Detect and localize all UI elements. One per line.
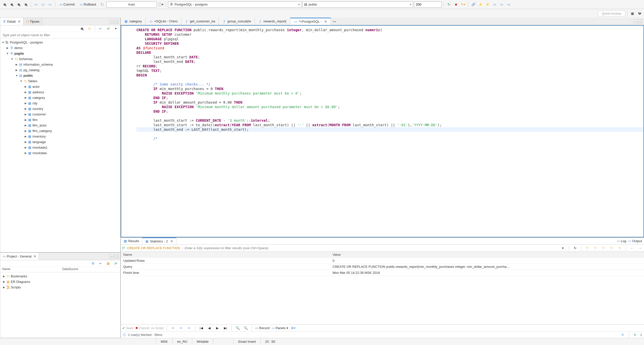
expand-icon[interactable]: ▶	[24, 107, 27, 110]
table-row[interactable]: QueryCREATE OR REPLACE FUNCTION public.r…	[121, 264, 644, 270]
tx-mode-icon[interactable]: T↕	[99, 2, 105, 8]
expand-icon[interactable]: ▶	[24, 85, 27, 88]
expand-icon[interactable]: ▼	[1, 41, 5, 44]
folder-open-icon[interactable]: 🗀	[86, 26, 92, 32]
commit-button[interactable]: ▭Commit	[57, 2, 77, 7]
status-writable[interactable]: Writable	[192, 338, 213, 345]
column-value[interactable]: Value	[330, 252, 644, 258]
save-button[interactable]: ✔ Save	[122, 326, 133, 330]
filter3-icon[interactable]: ▽	[600, 245, 607, 251]
filter5-icon[interactable]: ▽	[617, 245, 623, 251]
tree-table[interactable]: ▶▦category	[0, 95, 120, 100]
tree-table[interactable]: ▶▦mockada1	[0, 145, 120, 150]
nav-back-icon[interactable]: ←	[629, 245, 635, 251]
tab-sqlite[interactable]: ▭<SQLite - Chino	[146, 18, 181, 25]
bolt2-icon[interactable]: ⚡	[485, 2, 491, 8]
next-icon[interactable]: ▶	[214, 325, 220, 331]
plug-disconnect-icon[interactable]: 🔌	[23, 2, 29, 8]
panel3-icon[interactable]: ▭	[506, 2, 512, 8]
expand-icon[interactable]: ▼	[19, 80, 23, 82]
maximize-button[interactable]: ▢	[115, 20, 119, 23]
minimize-button[interactable]: ▭	[633, 20, 637, 23]
record-button[interactable]: ▭ Record	[255, 326, 270, 330]
tx-mode-select[interactable]: Auto	[106, 2, 157, 8]
minimize-button[interactable]: ▭	[110, 255, 114, 258]
expand-icon[interactable]: ▶	[24, 96, 27, 99]
perspective-icon[interactable]: ▦	[629, 10, 635, 16]
expand-icon[interactable]: ▶	[6, 47, 9, 49]
expand-icon[interactable]: ▶	[2, 275, 6, 278]
tab-group-concat[interactable]: ƒgroup_concat(te	[219, 18, 255, 25]
collapse-icon[interactable]: ⇤	[98, 261, 104, 267]
tree-table[interactable]: ▶▦film_actor	[0, 122, 120, 128]
expand-icon[interactable]: ▼	[15, 74, 18, 77]
tree-table[interactable]: ▶▦film_category	[0, 128, 120, 134]
collapse-icon[interactable]: ⇤	[98, 26, 104, 32]
expand-icon[interactable]: ▶	[24, 152, 27, 154]
table-row[interactable]: Finish timeMon Mar 05 14:22:39 MSK 2018	[121, 270, 644, 276]
tree-table[interactable]: ▶▦country	[0, 106, 120, 111]
results-grid[interactable]: NameValue Updated Rows0QueryCREATE OR RE…	[121, 252, 644, 324]
tabs-overflow[interactable]: »₄	[331, 19, 338, 23]
cancel-button[interactable]: ✖ Cancel	[135, 326, 149, 330]
panel1-icon[interactable]: ▭	[492, 2, 498, 8]
project-tree[interactable]: ▶🗀Bookmarks▶▦ER Diagrams▶📜Scripts	[0, 272, 120, 338]
refresh-icon[interactable]: ↻	[572, 245, 578, 251]
expand-icon[interactable]: ▶	[24, 118, 27, 121]
log-button[interactable]: ▭ Log	[617, 239, 626, 243]
tree-table[interactable]: ▶▦city	[0, 100, 120, 106]
tree-database[interactable]: ▶🛢demo	[0, 45, 120, 51]
refresh-green-icon[interactable]: ↻	[446, 2, 452, 8]
dbeaver-perspective-icon[interactable]: 🐿	[636, 10, 642, 16]
bolt-icon[interactable]: ⚡	[477, 2, 484, 8]
expand-icon[interactable]: ▶	[24, 124, 27, 127]
close-icon[interactable]: ✕	[33, 254, 36, 258]
plug-green-icon[interactable]: 🔌	[9, 2, 15, 8]
tree-table[interactable]: ▶▦inventory	[0, 134, 120, 139]
tree-table[interactable]: ▶▦customer	[0, 111, 120, 117]
panels-button[interactable]: ▭ Panels ▾	[272, 326, 288, 330]
gear-icon[interactable]: ⚙▾	[290, 325, 296, 331]
zoom-out-icon[interactable]: 🔍	[243, 325, 249, 331]
filter4-icon[interactable]: ▽	[609, 245, 615, 251]
tab-postgresql-active[interactable]: ▭*<PostgreSQL -✕	[290, 18, 331, 25]
filter1-icon[interactable]: ▽	[584, 245, 590, 251]
tab-project-general[interactable]: ▭ Project - General ✕	[0, 253, 39, 260]
sql-editor[interactable]: CREATE OR REPLACE FUNCTION public.reward…	[121, 25, 644, 237]
panel2-icon[interactable]: ▭	[499, 2, 505, 8]
datasource-select[interactable]: 🛢 PostgreSQL - postgres ▾	[168, 2, 301, 8]
plug-connect-icon[interactable]: 🔌	[2, 2, 8, 8]
tree-table[interactable]: ▶▦language	[0, 139, 120, 145]
tree-table[interactable]: ▶▦address	[0, 89, 120, 95]
tree-schemas-folder[interactable]: ▼🗀Schemas	[0, 56, 120, 62]
quick-access-field[interactable]: Quick Access	[598, 11, 625, 16]
tree-schema[interactable]: ▶▤information_schema	[0, 62, 120, 67]
row-dup-icon[interactable]: ≡	[178, 325, 184, 331]
tree-database[interactable]: ▼🛢pagila	[0, 51, 120, 56]
tree-tables-folder[interactable]: ▼🗀Tables	[0, 78, 120, 84]
sql-editor-icon[interactable]: ▭	[33, 2, 39, 8]
tab-get-customer[interactable]: ƒget_customer_ba	[181, 18, 219, 25]
tree-table[interactable]: ▶▦actor	[0, 84, 120, 89]
table-row[interactable]: Updated Rows0	[121, 258, 644, 264]
expand-icon[interactable]: ▶	[24, 141, 27, 143]
first-icon[interactable]: |◀	[198, 325, 204, 331]
plug-new-icon[interactable]: 🔌	[16, 2, 22, 8]
project-item[interactable]: ▶▦ER Diagrams	[1, 279, 119, 284]
expand-icon[interactable]: ▶	[24, 130, 27, 132]
minimize-button[interactable]: ▭	[110, 20, 114, 23]
maximize-button[interactable]: ▢	[638, 20, 642, 23]
tab-category[interactable]: ▦category	[121, 18, 146, 25]
menu-icon[interactable]: ▾	[113, 26, 119, 32]
chevron-down-icon[interactable]: ▾	[560, 245, 566, 251]
tree-schema[interactable]: ▼▤public	[0, 73, 120, 78]
project-item[interactable]: ▶📜Scripts	[1, 284, 119, 290]
output-button[interactable]: ▭ Output	[628, 239, 642, 243]
tab-statistics[interactable]: ▦Statistics - 2✕	[142, 238, 176, 244]
tree-schema[interactable]: ▶▤pg_catalog	[0, 67, 120, 73]
expand-icon[interactable]: ▶	[2, 280, 6, 283]
sql-editor-new-icon[interactable]: ▭	[47, 2, 53, 8]
maximize-button[interactable]: ▢	[115, 255, 119, 258]
tab-rewards-report[interactable]: ƒrewards_report(	[255, 18, 290, 25]
expand-icon[interactable]: ▶	[15, 69, 18, 71]
